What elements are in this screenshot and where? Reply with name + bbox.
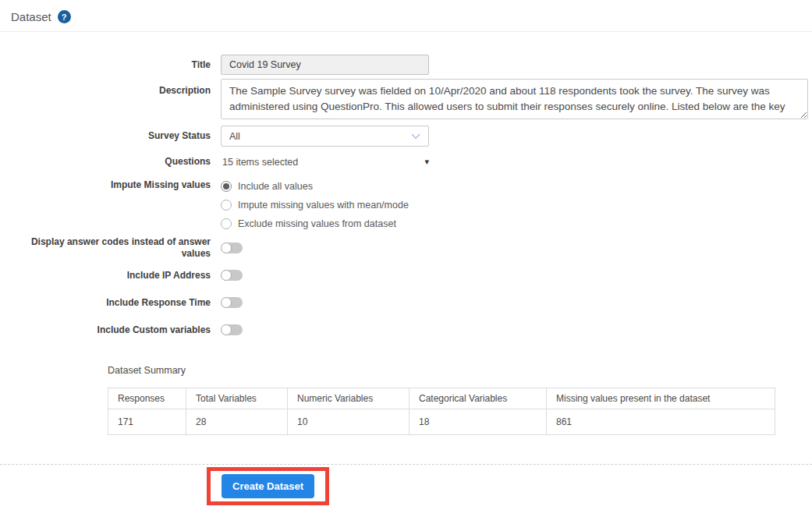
description-row: Description The Sample Survey survey was… xyxy=(0,79,812,119)
summary-col-missing-values: Missing values present in the dataset xyxy=(547,388,775,409)
page-title: Dataset xyxy=(11,10,51,23)
create-dataset-button[interactable]: Create Dataset xyxy=(222,474,314,498)
include-ip-address-row: Include IP Address xyxy=(0,270,812,281)
include-response-time-row: Include Response Time xyxy=(0,297,812,308)
summary-col-total-variables: Total Variables xyxy=(186,388,288,409)
survey-status-label: Survey Status xyxy=(0,130,221,142)
summary-value-numeric-variables: 10 xyxy=(288,409,410,435)
radio-exclude-missing[interactable]: Exclude missing values from dataset xyxy=(221,214,409,233)
toggle-knob xyxy=(221,270,232,281)
include-ip-address-toggle[interactable] xyxy=(221,270,243,281)
radio-icon xyxy=(221,218,232,229)
dataset-page: Dataset ? Title Description The Sample S… xyxy=(0,0,812,517)
radio-label: Impute missing values with mean/mode xyxy=(238,200,409,211)
summary-header-row: Responses Total Variables Numeric Variab… xyxy=(108,388,775,409)
page-header: Dataset ? xyxy=(0,0,812,32)
radio-label: Exclude missing values from dataset xyxy=(238,218,396,229)
include-custom-variables-label: Include Custom variables xyxy=(0,324,221,336)
radio-icon xyxy=(221,200,232,211)
include-custom-variables-toggle[interactable] xyxy=(221,324,243,335)
help-icon[interactable]: ? xyxy=(58,10,71,23)
survey-status-value: All xyxy=(229,131,240,142)
include-custom-variables-row: Include Custom variables xyxy=(0,324,812,335)
description-textarea[interactable]: The Sample Survey survey was fielded on … xyxy=(221,79,808,119)
summary-value-missing-values: 861 xyxy=(547,409,775,435)
display-answer-codes-row: Display answer codes instead of answer v… xyxy=(0,243,812,253)
summary-value-row: 171 28 10 18 861 xyxy=(108,409,775,435)
include-response-time-toggle[interactable] xyxy=(221,297,243,308)
display-answer-codes-toggle[interactable] xyxy=(221,243,243,253)
dataset-summary-title: Dataset Summary xyxy=(108,365,812,376)
radio-include-all-values[interactable]: Include all values xyxy=(221,177,409,196)
dataset-form: Title Description The Sample Survey surv… xyxy=(0,32,812,335)
dataset-summary-table: Responses Total Variables Numeric Variab… xyxy=(108,388,775,435)
dataset-summary-section: Dataset Summary Responses Total Variable… xyxy=(108,365,812,435)
survey-status-select[interactable]: All xyxy=(221,126,429,147)
display-answer-codes-label: Display answer codes instead of answer v… xyxy=(0,236,221,260)
summary-col-categorical-variables: Categorical Variables xyxy=(410,388,547,409)
title-label: Title xyxy=(0,59,221,71)
questions-selected-count: 15 items selected xyxy=(222,157,298,168)
include-ip-address-label: Include IP Address xyxy=(0,270,221,282)
title-input[interactable] xyxy=(221,55,429,75)
impute-missing-values-row: Impute Missing values Include all values… xyxy=(0,177,812,233)
caret-down-icon: ▾ xyxy=(424,157,429,167)
description-label: Description xyxy=(0,79,221,97)
chevron-down-icon xyxy=(411,133,420,140)
summary-col-numeric-variables: Numeric Variables xyxy=(288,388,410,409)
red-highlight-annotation: Create Dataset xyxy=(207,467,329,505)
radio-label: Include all values xyxy=(238,181,313,192)
toggle-knob xyxy=(221,324,232,335)
summary-value-total-variables: 28 xyxy=(186,409,288,435)
survey-status-row: Survey Status All xyxy=(0,126,812,147)
summary-value-categorical-variables: 18 xyxy=(410,409,547,435)
questions-multiselect[interactable]: 15 items selected ▾ xyxy=(221,157,429,168)
impute-label: Impute Missing values xyxy=(0,177,221,191)
toggle-knob xyxy=(221,243,232,253)
radio-icon xyxy=(221,181,232,192)
impute-radio-group: Include all values Impute missing values… xyxy=(221,177,409,233)
questions-row: Questions 15 items selected ▾ xyxy=(0,156,812,168)
summary-col-responses: Responses xyxy=(108,388,186,409)
radio-impute-mean-mode[interactable]: Impute missing values with mean/mode xyxy=(221,196,409,214)
questions-label: Questions xyxy=(0,156,221,168)
footer-divider xyxy=(0,464,812,465)
title-row: Title xyxy=(0,55,812,75)
toggle-knob xyxy=(221,297,232,308)
summary-value-responses: 171 xyxy=(108,409,186,435)
include-response-time-label: Include Response Time xyxy=(0,297,221,309)
